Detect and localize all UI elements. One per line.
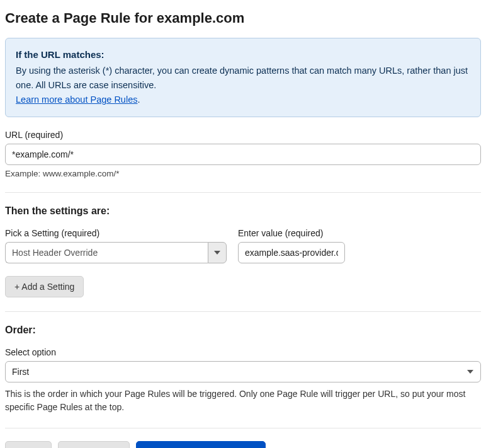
url-input[interactable] — [5, 144, 481, 165]
order-help-text: This is the order in which your Page Rul… — [5, 388, 481, 414]
enter-value-label: Enter value (required) — [238, 228, 345, 238]
page-title: Create a Page Rule for example.com — [5, 10, 481, 26]
setting-combo-toggle[interactable] — [208, 242, 227, 263]
divider — [5, 311, 481, 312]
settings-heading: Then the settings are: — [5, 205, 481, 217]
info-banner-body: By using the asterisk (*) character, you… — [16, 64, 470, 108]
save-deploy-button[interactable]: Save and Deploy Page Rule — [136, 441, 266, 448]
divider — [5, 192, 481, 193]
order-heading: Order: — [5, 325, 481, 336]
save-draft-button[interactable]: Save as Draft — [58, 441, 130, 448]
url-example: Example: www.example.com/* — [5, 169, 481, 178]
learn-more-link[interactable]: Learn more about Page Rules — [16, 95, 137, 105]
value-input[interactable] — [238, 242, 345, 263]
pick-setting-label: Pick a Setting (required) — [5, 228, 227, 238]
info-banner-title: If the URL matches: — [16, 47, 470, 62]
setting-combo[interactable] — [5, 242, 227, 263]
add-setting-button[interactable]: + Add a Setting — [5, 276, 84, 297]
divider — [5, 428, 481, 428]
setting-combo-input[interactable] — [5, 242, 208, 263]
info-period: . — [137, 95, 140, 105]
order-select[interactable]: First — [5, 361, 481, 382]
url-label: URL (required) — [5, 130, 481, 140]
info-banner-text: By using the asterisk (*) character, you… — [16, 66, 468, 90]
order-select-label: Select option — [5, 347, 481, 357]
info-banner: If the URL matches: By using the asteris… — [5, 38, 481, 117]
chevron-down-icon — [214, 248, 220, 258]
cancel-button[interactable]: Cancel — [5, 441, 52, 448]
